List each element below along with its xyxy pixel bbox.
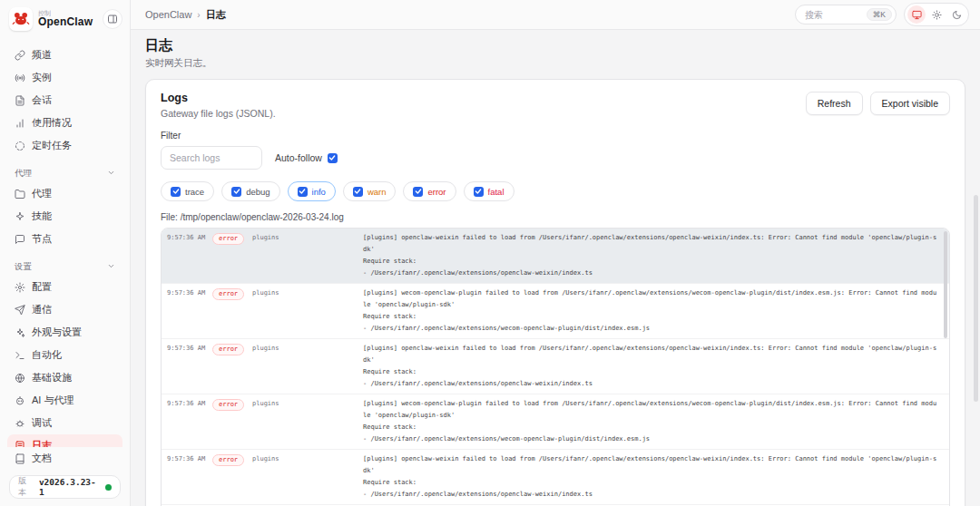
log-source: plugins xyxy=(252,343,363,390)
log-time: 9:57:36 AM xyxy=(167,232,212,279)
search-input[interactable] xyxy=(805,10,859,20)
log-source: plugins xyxy=(252,398,363,445)
sidebar-item-代理[interactable]: 代理 xyxy=(7,182,122,205)
auto-follow-checkbox[interactable] xyxy=(328,153,338,163)
log-message: [plugins] wecom-openclaw-plugin failed t… xyxy=(363,287,940,335)
log-time: 9:57:36 AM xyxy=(167,453,212,501)
breadcrumb-root[interactable]: OpenClaw xyxy=(145,9,191,20)
main-area: OpenClaw › 日志 ⌘K xyxy=(131,0,980,506)
level-pill-info[interactable]: info xyxy=(288,181,336,201)
theme-dark-button[interactable] xyxy=(947,5,965,24)
sidebar-item-调试[interactable]: 调试 xyxy=(7,412,122,434)
refresh-button[interactable]: Refresh xyxy=(806,92,863,115)
sidebar-header: 控制 OpenClaw xyxy=(0,0,130,34)
level-pill-error[interactable]: error xyxy=(403,181,456,201)
log-scrollbar[interactable] xyxy=(944,231,947,338)
level-pill-trace[interactable]: trace xyxy=(161,181,214,201)
log-list: 9:57:36 AMerrorplugins[plugins] openclaw… xyxy=(161,228,950,506)
page-subtitle: 实时网关日志。 xyxy=(145,57,965,70)
log-message: [plugins] openclaw-weixin failed to load… xyxy=(363,343,940,390)
chart-icon xyxy=(15,118,25,129)
global-search[interactable]: ⌘K xyxy=(795,5,897,24)
checkbox-info[interactable] xyxy=(298,187,308,197)
log-row[interactable]: 9:57:36 AMerrorplugins[plugins] openclaw… xyxy=(162,229,949,283)
checkbox-warn[interactable] xyxy=(353,187,363,197)
bot-icon xyxy=(15,395,25,406)
checkbox-error[interactable] xyxy=(413,187,423,197)
level-pill-fatal[interactable]: fatal xyxy=(464,181,514,201)
theme-system-button[interactable] xyxy=(907,5,926,24)
log-level-badge: error xyxy=(212,288,244,300)
sidebar-item-定时任务[interactable]: 定时任务 xyxy=(7,134,122,157)
level-pill-warn[interactable]: warn xyxy=(343,181,397,201)
sidebar-item-日志[interactable]: 日志 xyxy=(7,434,122,447)
scroll-icon xyxy=(15,441,25,448)
checkbox-trace[interactable] xyxy=(171,187,181,197)
sidebar-item-节点[interactable]: 节点 xyxy=(7,228,122,250)
log-search-input[interactable] xyxy=(161,146,262,170)
version-label: 版本 xyxy=(18,475,34,499)
sidebar-item-基础设施[interactable]: 基础设施 xyxy=(7,366,122,389)
sidebar-item-会话[interactable]: 会话 xyxy=(7,89,122,112)
bug-icon xyxy=(15,418,25,429)
breadcrumb-current: 日志 xyxy=(206,8,226,22)
sidebar-item-AI 与代理[interactable]: AI 与代理 xyxy=(7,389,122,412)
log-message: [plugins] openclaw-weixin failed to load… xyxy=(363,232,940,279)
page-scrollbar[interactable] xyxy=(974,195,978,402)
sidebar-item-自动化[interactable]: 自动化 xyxy=(7,344,122,366)
terminal-icon xyxy=(15,350,25,361)
filter-row: Auto-follow xyxy=(161,146,950,170)
nav-group-代理[interactable]: 代理 xyxy=(7,164,122,182)
log-time: 9:57:36 AM xyxy=(167,287,212,335)
log-row[interactable]: 9:57:36 AMerrorplugins[plugins] openclaw… xyxy=(162,338,949,394)
log-message: [plugins] openclaw-weixin failed to load… xyxy=(363,453,940,501)
openclaw-logo[interactable] xyxy=(9,7,33,31)
log-level-badge: error xyxy=(212,233,244,245)
nav-group-设置[interactable]: 设置 xyxy=(7,258,122,276)
sidebar-toggle-button[interactable] xyxy=(103,9,122,29)
theme-toggle xyxy=(904,3,969,26)
search-kbd-badge: ⌘K xyxy=(867,8,892,21)
sidebar-item-实例[interactable]: 实例 xyxy=(7,66,122,89)
topbar-right: ⌘K xyxy=(795,3,969,26)
sparkles-icon xyxy=(15,327,25,338)
logs-card: Logs Gateway file logs (JSONL). Refresh … xyxy=(145,79,965,506)
sidebar-item-通信[interactable]: 通信 xyxy=(7,298,122,321)
content: 日志 实时网关日志。 Logs Gateway file logs (JSONL… xyxy=(131,30,980,506)
log-row[interactable]: 9:57:36 AMerrorplugins[plugins] wecom-op… xyxy=(162,283,949,338)
log-source: plugins xyxy=(252,287,363,335)
card-actions: Refresh Export visible xyxy=(806,92,950,115)
chevron-down-icon xyxy=(107,169,115,179)
checkbox-debug[interactable] xyxy=(231,187,241,197)
chat-icon xyxy=(15,234,25,245)
brand: 控制 OpenClaw xyxy=(38,10,97,28)
sun-icon xyxy=(932,10,942,20)
book-icon xyxy=(15,453,25,464)
sidebar-item-配置[interactable]: 配置 xyxy=(7,276,122,298)
checkbox-fatal[interactable] xyxy=(474,187,484,197)
monitor-icon xyxy=(912,10,922,20)
chevron-down-icon xyxy=(107,262,115,272)
log-row[interactable]: 9:57:36 AMerrorplugins[plugins] openclaw… xyxy=(162,449,949,504)
version-badge: 版本 v2026.3.23-1 xyxy=(9,475,121,499)
link-icon xyxy=(15,50,25,61)
theme-light-button[interactable] xyxy=(927,5,946,24)
log-row[interactable]: 9:57:36 AMerrorplugins[plugins] wecom-op… xyxy=(162,394,949,449)
sidebar-item-外观与设置[interactable]: 外观与设置 xyxy=(7,321,122,344)
sidebar-item-使用情况[interactable]: 使用情况 xyxy=(7,112,122,134)
version-value: v2026.3.23-1 xyxy=(39,477,101,497)
folder-icon xyxy=(15,189,25,199)
export-visible-button[interactable]: Export visible xyxy=(870,92,950,115)
sidebar-bottom: 文档 版本 v2026.3.23-1 xyxy=(0,447,130,506)
level-pill-debug[interactable]: debug xyxy=(221,181,279,201)
globe-icon xyxy=(15,373,25,384)
level-filter-row: tracedebuginfowarnerrorfatal xyxy=(161,181,950,201)
sidebar-item-docs[interactable]: 文档 xyxy=(7,447,122,470)
sidebar-item-频道[interactable]: 频道 xyxy=(7,44,122,66)
file-icon xyxy=(15,95,25,106)
page-head: 日志 实时网关日志。 xyxy=(145,37,965,70)
log-level-badge: error xyxy=(212,454,244,466)
auto-follow-label: Auto-follow xyxy=(275,152,322,163)
sidebar-item-技能[interactable]: 技能 xyxy=(7,205,122,228)
breadcrumb-separator: › xyxy=(197,10,200,20)
